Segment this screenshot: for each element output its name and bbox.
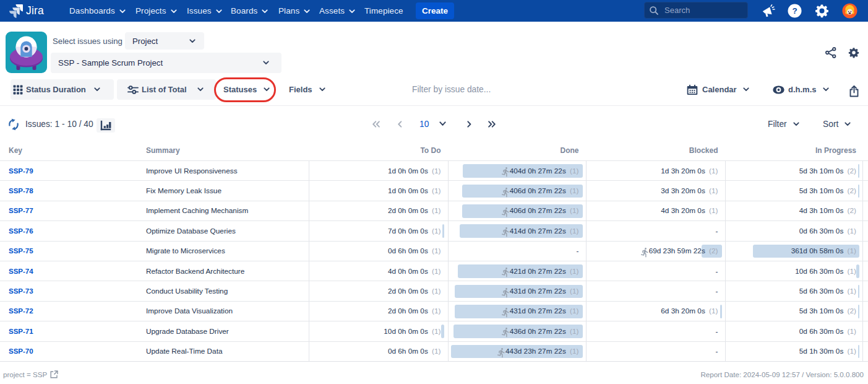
svg-text:?: ? xyxy=(792,6,797,15)
